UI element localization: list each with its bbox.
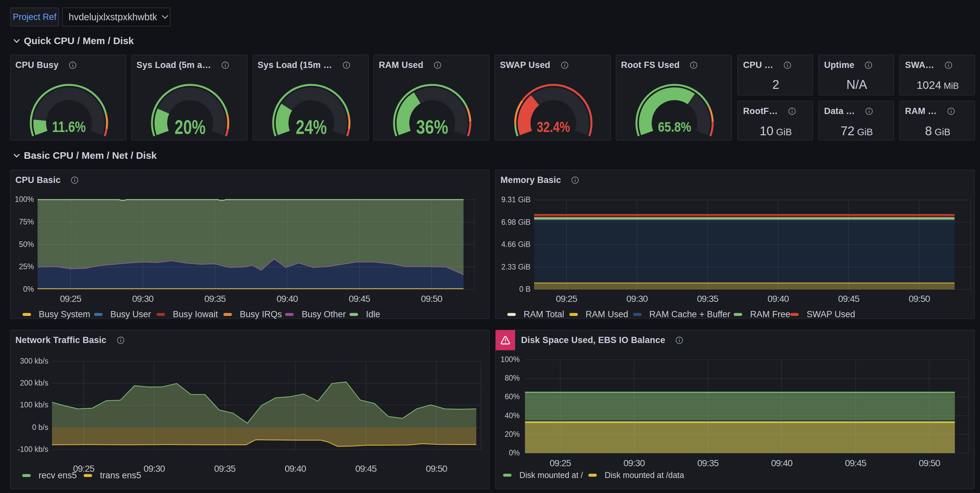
svg-text:36%: 36% xyxy=(416,116,448,138)
svg-text:65.8%: 65.8% xyxy=(658,119,691,135)
svg-text:24%: 24% xyxy=(296,116,327,138)
svg-text:20%: 20% xyxy=(175,116,205,138)
svg-text:11.6%: 11.6% xyxy=(52,118,86,135)
svg-text:32.4%: 32.4% xyxy=(537,119,570,135)
